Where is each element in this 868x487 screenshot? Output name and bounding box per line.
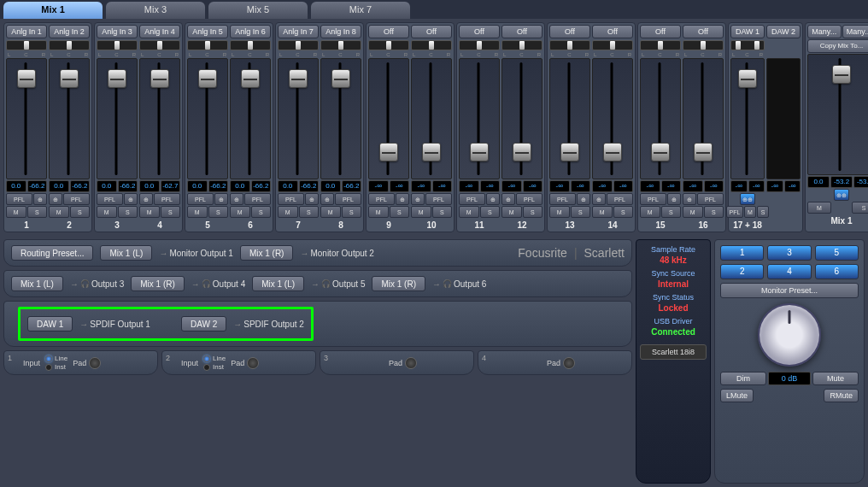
mute-button[interactable]: M bbox=[501, 206, 522, 218]
pfl-button[interactable]: PFL bbox=[187, 193, 214, 205]
solo-button[interactable]: S bbox=[27, 206, 48, 218]
routing-src-button[interactable]: Mix 1 (R) bbox=[131, 276, 185, 291]
pan-slider[interactable] bbox=[549, 40, 590, 50]
fader[interactable] bbox=[320, 58, 361, 179]
monitor-select-4[interactable]: 4 bbox=[767, 264, 811, 279]
routing-src-button[interactable]: Mix 1 (L) bbox=[252, 276, 304, 291]
pan-slider[interactable] bbox=[640, 40, 681, 50]
stereo-link-button[interactable]: ⊕ bbox=[683, 193, 696, 205]
mute-button[interactable]: M bbox=[230, 206, 250, 218]
stereo-link-button[interactable]: ⊕ bbox=[214, 193, 228, 205]
pfl-button[interactable]: PFL bbox=[154, 193, 180, 205]
mute-button[interactable]: M bbox=[592, 206, 613, 218]
channel-source-select[interactable]: Off bbox=[592, 25, 633, 38]
channel-source-select[interactable]: Off bbox=[683, 25, 724, 38]
pfl-button[interactable]: PFL bbox=[63, 193, 90, 205]
channel-source-select[interactable]: DAW 2 bbox=[766, 25, 801, 38]
sample-rate-value[interactable]: 48 kHz bbox=[640, 255, 707, 265]
fader[interactable] bbox=[187, 58, 228, 179]
channel-source-select[interactable]: Anlg In 4 bbox=[139, 25, 180, 38]
stereo-link-button[interactable]: ⊕ bbox=[501, 193, 515, 205]
mute-button[interactable]: M bbox=[278, 206, 298, 218]
fader[interactable] bbox=[230, 58, 271, 179]
output-dest-2[interactable]: Many... bbox=[842, 25, 869, 38]
mute-button[interactable]: M bbox=[97, 206, 117, 218]
channel-source-select[interactable]: Off bbox=[368, 25, 409, 38]
monitor-select-2[interactable]: 2 bbox=[720, 264, 764, 279]
pfl-button[interactable]: PFL bbox=[726, 206, 743, 218]
pad-button[interactable]: Pad bbox=[389, 357, 417, 369]
solo-button[interactable]: S bbox=[571, 206, 591, 218]
solo-button[interactable]: S bbox=[704, 206, 724, 218]
pan-slider[interactable] bbox=[139, 40, 180, 50]
input-type-switch[interactable]: Line Inst bbox=[45, 355, 67, 371]
mute-button[interactable]: M bbox=[744, 206, 756, 218]
fader[interactable] bbox=[683, 58, 724, 179]
output-dest-1[interactable]: Many... bbox=[807, 25, 842, 38]
solo-button[interactable]: S bbox=[390, 206, 410, 218]
input-type-switch[interactable]: Line Inst bbox=[203, 355, 226, 371]
channel-source-select[interactable]: Off bbox=[501, 25, 542, 38]
mute-button[interactable]: M bbox=[49, 206, 69, 218]
fader[interactable] bbox=[459, 58, 500, 179]
mute-button[interactable]: M bbox=[459, 206, 479, 218]
routing-src-daw1[interactable]: DAW 1 bbox=[27, 316, 73, 332]
channel-source-select[interactable]: Anlg In 1 bbox=[6, 25, 47, 38]
mute-button[interactable]: M bbox=[320, 206, 341, 218]
channel-source-select[interactable]: Off bbox=[411, 25, 452, 38]
pfl-button[interactable]: PFL bbox=[244, 193, 271, 205]
solo-button[interactable]: S bbox=[661, 206, 682, 218]
fader[interactable] bbox=[730, 58, 765, 179]
pan-slider[interactable] bbox=[187, 40, 228, 50]
solo-button[interactable]: S bbox=[70, 206, 91, 218]
channel-source-select[interactable]: Anlg In 7 bbox=[278, 25, 319, 38]
pan-slider[interactable] bbox=[6, 40, 47, 50]
solo-button[interactable]: S bbox=[251, 206, 272, 218]
pan-slider[interactable] bbox=[411, 40, 452, 50]
channel-source-select[interactable]: Off bbox=[459, 25, 500, 38]
stereo-link-button[interactable]: ⊕ bbox=[320, 193, 334, 205]
routing-src-button[interactable]: Mix 1 (L) bbox=[11, 276, 63, 291]
mute-button[interactable]: M bbox=[187, 206, 208, 218]
stereo-link-button[interactable]: ⊕⊕ bbox=[740, 193, 755, 205]
pan-slider[interactable] bbox=[683, 40, 724, 50]
stereo-link-button[interactable]: ⊕ bbox=[33, 193, 47, 205]
pan-slider[interactable] bbox=[730, 40, 765, 50]
pad-button[interactable]: Pad bbox=[231, 357, 259, 369]
stereo-link-button[interactable]: ⊕ bbox=[49, 193, 62, 205]
solo-button[interactable]: S bbox=[342, 206, 362, 218]
mute-button[interactable]: M bbox=[683, 206, 703, 218]
fader[interactable] bbox=[411, 58, 452, 179]
mute-button[interactable]: M bbox=[549, 206, 570, 218]
channel-source-select[interactable]: Off bbox=[640, 25, 681, 38]
channel-source-select[interactable]: Off bbox=[549, 25, 590, 38]
channel-source-select[interactable]: DAW 1 bbox=[730, 25, 765, 38]
solo-button[interactable]: S bbox=[208, 206, 229, 218]
fader[interactable] bbox=[592, 58, 633, 179]
pfl-button[interactable]: PFL bbox=[640, 193, 666, 205]
rmute-button[interactable]: RMute bbox=[824, 389, 859, 402]
pad-button[interactable]: Pad bbox=[547, 357, 575, 369]
pan-slider[interactable] bbox=[368, 40, 409, 50]
stereo-link-button[interactable]: ⊕ bbox=[667, 193, 681, 205]
mute-button[interactable]: M bbox=[139, 206, 160, 218]
pan-slider[interactable] bbox=[459, 40, 500, 50]
pan-slider[interactable] bbox=[49, 40, 90, 50]
channel-source-select[interactable]: Anlg In 6 bbox=[230, 25, 271, 38]
fader[interactable] bbox=[139, 58, 180, 179]
stereo-link-button[interactable]: ⊕ bbox=[592, 193, 606, 205]
sync-source-value[interactable]: Internal bbox=[640, 279, 707, 289]
stereo-link-button[interactable]: ⊕⊕ bbox=[834, 189, 849, 201]
mute-button[interactable]: M bbox=[411, 206, 431, 218]
mute-button[interactable]: M bbox=[368, 206, 389, 218]
routing-preset-button[interactable]: Routing Preset... bbox=[11, 245, 93, 261]
channel-source-select[interactable]: Anlg In 2 bbox=[49, 25, 90, 38]
pan-slider[interactable] bbox=[97, 40, 138, 50]
solo-button[interactable]: S bbox=[161, 206, 181, 218]
routing-src-mix1r[interactable]: Mix 1 (R) bbox=[240, 245, 294, 261]
fader[interactable] bbox=[368, 58, 409, 179]
fader[interactable] bbox=[278, 58, 319, 179]
routing-src-button[interactable]: Mix 1 (R) bbox=[372, 276, 425, 291]
pfl-button[interactable]: PFL bbox=[516, 193, 542, 205]
mute-button[interactable]: M bbox=[807, 202, 831, 214]
